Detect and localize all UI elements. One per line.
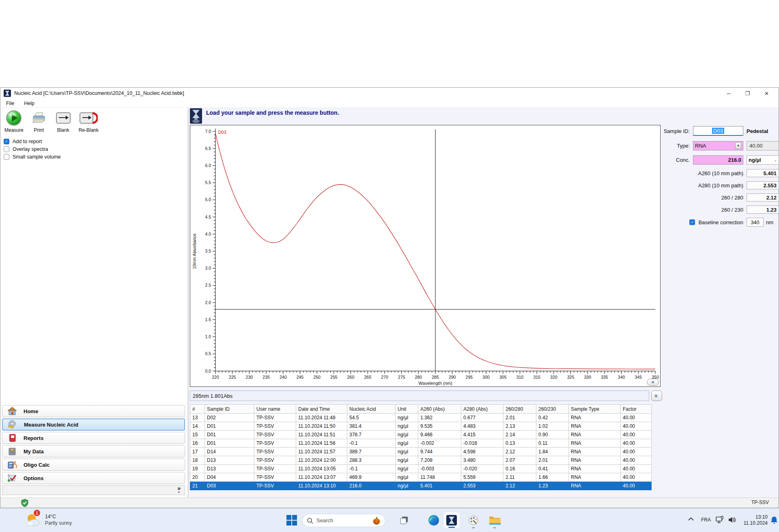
table-cell: 20	[190, 473, 205, 482]
volume-button[interactable]	[727, 516, 736, 524]
search-icon	[307, 517, 313, 524]
sidebar-item-reports[interactable]: Reports	[2, 432, 185, 444]
clock-widget[interactable]: 13:10 11.10.2024	[741, 514, 768, 526]
taskbar-search[interactable]: Search	[302, 514, 385, 527]
start-button[interactable]	[283, 512, 300, 529]
network-button[interactable]	[715, 515, 724, 524]
table-row[interactable]: 21D03TP-SSV11.10.2024 13:10216.0ng/µl5.4…	[190, 482, 652, 490]
table-row[interactable]: 19D13TP-SSV11.10.2024 13:05-0.1ng/µl-0.0…	[190, 465, 652, 473]
language-indicator[interactable]: FRA	[701, 517, 711, 523]
table-cell: RNA	[569, 482, 621, 490]
svg-text:295: 295	[466, 375, 473, 380]
small-sample-volume-checkbox[interactable]: ✓ Small sample volume	[4, 154, 184, 160]
table-cell: D13	[205, 465, 254, 473]
conc-unit-dropdown[interactable]: ng/µl ⌄	[747, 155, 779, 165]
table-cell: RNA	[569, 448, 621, 456]
a280-value: 2.553	[747, 181, 779, 189]
weather-widget[interactable]: 1 14°C Partly sunny	[24, 512, 72, 528]
sidebar-item-options[interactable]: Options	[2, 472, 185, 484]
readout-expand-button[interactable]: »	[651, 390, 662, 401]
svg-text:1.0: 1.0	[205, 334, 211, 339]
edge-icon	[428, 514, 440, 526]
spectrum-chart[interactable]: 2202252302352402452502552602652702752802…	[190, 125, 660, 386]
column-header: 260/280	[504, 405, 536, 414]
svg-text:280: 280	[415, 375, 422, 380]
file-explorer-button[interactable]	[486, 512, 503, 529]
sidebar-item-measure-nucleic-acid[interactable]: Measure Nucleic Acid	[2, 418, 185, 431]
svg-text:250: 250	[313, 375, 321, 380]
overlay-spectra-checkbox[interactable]: ✓ Overlay spectra	[4, 146, 184, 152]
close-button[interactable]: ✕	[764, 90, 769, 97]
table-cell: TP-SSV	[254, 422, 296, 431]
table-cell: 288.3	[347, 456, 396, 465]
checkbox-icon: ✓	[4, 154, 9, 160]
svg-text:3.5: 3.5	[205, 249, 211, 253]
column-header: Nucleic Acid	[347, 405, 396, 414]
add-to-report-checkbox[interactable]: ✓ Add to report	[4, 139, 184, 144]
cursor-readout: 285nm 1.801Abs	[190, 390, 649, 401]
column-header: Date and Time	[296, 405, 347, 414]
sidebar-collapse-button[interactable]: » ▾	[2, 485, 185, 495]
app-status-bar: TP-SSV	[0, 498, 779, 508]
table-row[interactable]: 13D02TP-SSV11.10.2024 11:4854.5ng/µl1.36…	[190, 414, 652, 422]
table-cell: RNA	[569, 465, 621, 473]
table-cell: RNA	[569, 431, 621, 439]
a260-value: 5.401	[747, 169, 779, 177]
sidebar-item-oligo-calc[interactable]: Oligo Calc	[2, 459, 185, 471]
svg-text:305: 305	[499, 375, 507, 380]
sample-id-input[interactable]: D03	[693, 126, 743, 136]
table-row[interactable]: 17D14TP-SSV11.10.2024 11:57389.7ng/µl9.7…	[190, 448, 652, 456]
table-cell: ng/µl	[396, 422, 418, 431]
notification-badge: 1	[33, 509, 41, 517]
measure-button[interactable]: Measure	[4, 109, 24, 133]
table-cell: 16	[190, 439, 205, 448]
edge-browser-button[interactable]	[425, 512, 442, 529]
table-cell: ng/µl	[396, 439, 418, 448]
spectrum-chart-frame: 2202252302352402452502552602652702752802…	[190, 125, 661, 387]
measurement-panel: Sample ID: D03 Pedestal Type: RNA ▼	[662, 126, 779, 227]
table-cell: D01	[205, 439, 254, 448]
reblank-arrow-icon	[79, 109, 98, 127]
sidebar-item-my-data[interactable]: My Data	[2, 445, 185, 457]
menu-file[interactable]: File	[6, 101, 14, 106]
ratio-260-280-value: 2.12	[747, 193, 779, 202]
table-row[interactable]: 16D01TP-SSV11.10.2024 11:56-0.1ng/µl-0.0…	[190, 439, 652, 448]
reblank-button[interactable]: Re-Blank	[79, 109, 99, 133]
print-button[interactable]: Print	[30, 109, 48, 133]
column-header: Factor	[621, 405, 652, 414]
table-cell: D01	[205, 422, 254, 431]
table-row[interactable]: 15D01TP-SSV11.10.2024 11:51378.7ng/µl9.4…	[190, 431, 652, 439]
app-icon	[4, 90, 11, 97]
chart-collapse-button[interactable]: «	[647, 379, 659, 386]
tray-expand-button[interactable]	[688, 517, 694, 521]
table-cell: 40.00	[621, 431, 652, 439]
table-row[interactable]: 14D01TP-SSV11.10.2024 11:50381.4ng/µl9.5…	[190, 422, 652, 431]
maximize-button[interactable]: ❐	[745, 90, 750, 97]
sidebar-item-home[interactable]: Home	[2, 405, 185, 417]
table-cell: RNA	[569, 422, 621, 431]
svg-text:10mm Absorbance: 10mm Absorbance	[192, 234, 197, 269]
home-icon	[7, 407, 17, 416]
baseline-correction-checkbox[interactable]: ✓ Baseline correction	[662, 219, 743, 225]
table-row[interactable]: 20D04TP-SSV11.10.2024 13:07469.9ng/µl11.…	[190, 473, 652, 482]
taskbar: 1 14°C Partly sunny Search	[0, 508, 779, 532]
blank-button[interactable]: Blank	[54, 109, 72, 133]
svg-text:300: 300	[482, 375, 490, 380]
splitter-handle[interactable]: ··········	[2, 401, 185, 405]
table-cell: RNA	[569, 456, 621, 465]
down-triangle-icon: ▾	[178, 490, 180, 494]
toolbar: Measure Print	[0, 108, 188, 133]
notification-center-button[interactable]	[770, 516, 778, 525]
menu-help[interactable]: Help	[24, 101, 34, 106]
nanodrop-app-button[interactable]	[443, 512, 460, 529]
conc-label: Conc.	[662, 157, 690, 163]
task-view-button[interactable]	[396, 512, 413, 529]
app-window: Nucleic Acid [C:\Users\TP-SSV\Documents\…	[0, 87, 779, 508]
paint-app-button[interactable]	[465, 512, 482, 529]
minimize-button[interactable]: ─	[727, 90, 730, 97]
baseline-wavelength-input[interactable]: 340	[747, 218, 764, 227]
table-cell: 11.10.2024 13:10	[296, 482, 347, 490]
type-dropdown[interactable]: RNA ▼	[693, 141, 743, 150]
table-row[interactable]: 18D13TP-SSV11.10.2024 12:00288.3ng/µl7.2…	[190, 456, 652, 465]
table-cell: 11.10.2024 13:07	[296, 473, 347, 482]
